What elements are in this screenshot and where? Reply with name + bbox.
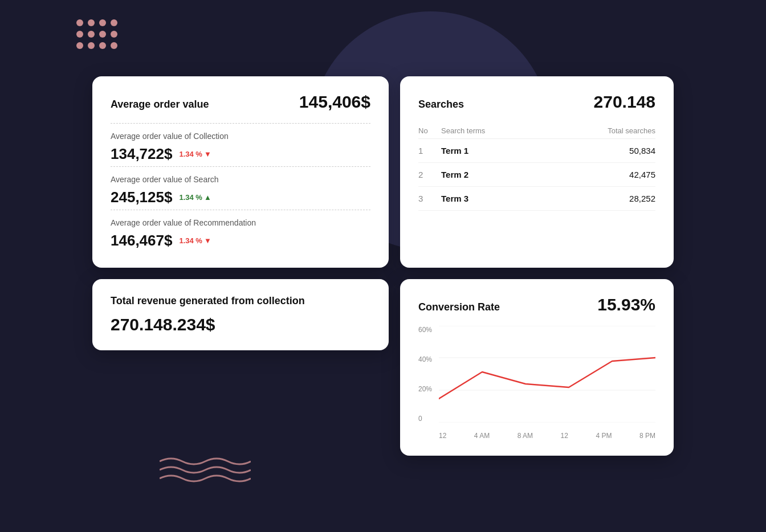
revenue-card: Total revenue generated from collection … (92, 279, 389, 350)
conversion-card: Conversion Rate 15.93% 60% 40% 20% 0 (400, 279, 674, 456)
svg-point-3 (111, 19, 117, 26)
svg-point-10 (99, 42, 106, 49)
y-label-0: 0 (418, 415, 437, 423)
recommendation-metric-label: Average order value of Recommendation (111, 218, 370, 227)
recommendation-metric-value: 146,467$ (111, 232, 172, 249)
x-label-4pm: 4 PM (596, 432, 612, 440)
col-term: Search terms (441, 123, 544, 139)
searches-total-value: 270.148 (594, 92, 655, 112)
revenue-value: 270.148.234$ (111, 315, 370, 334)
x-label-8pm: 8 PM (639, 432, 655, 440)
row-no: 2 (418, 163, 441, 187)
search-metric-value: 245,125$ (111, 189, 172, 206)
search-metric-section: Average order value of Search 245,125$ 1… (111, 166, 370, 206)
collection-metric-section: Average order value of Collection 134,72… (111, 123, 370, 163)
x-label-12: 12 (439, 432, 446, 440)
svg-point-4 (76, 31, 83, 38)
y-label-60: 60% (418, 326, 437, 334)
down-arrow-icon-2: ▼ (204, 236, 211, 245)
row-term: Term 2 (441, 163, 544, 187)
svg-point-6 (99, 31, 106, 38)
x-label-4am: 4 AM (474, 432, 490, 440)
recommendation-badge: 1.34 % ▼ (179, 236, 211, 245)
svg-point-8 (76, 42, 83, 49)
row-total: 50,834 (544, 139, 655, 163)
up-arrow-icon: ▲ (204, 193, 211, 202)
svg-point-1 (88, 19, 95, 26)
svg-point-0 (76, 19, 83, 26)
row-term: Term 1 (441, 139, 544, 163)
conversion-value: 15.93% (597, 295, 655, 314)
table-row: 1 Term 1 50,834 (418, 139, 655, 163)
table-row: 3 Term 3 28,252 (418, 187, 655, 211)
collection-badge: 1.34 % ▼ (179, 150, 211, 158)
search-metric-label: Average order value of Search (111, 175, 370, 184)
y-label-40: 40% (418, 355, 437, 363)
svg-point-7 (111, 31, 117, 38)
searches-card-header: Searches 270.148 (418, 92, 655, 112)
recommendation-metric-section: Average order value of Recommendation 14… (111, 210, 370, 249)
collection-metric-label: Average order value of Collection (111, 132, 370, 141)
aov-card-main-value: 145,406$ (299, 92, 370, 112)
row-no: 3 (418, 187, 441, 211)
dashboard-layout: Average order value 145,406$ Average ord… (70, 54, 696, 478)
row-term: Term 3 (441, 187, 544, 211)
wave-decoration (160, 456, 251, 486)
searches-table-header-row: No Search terms Total searches (418, 123, 655, 139)
svg-point-11 (111, 42, 117, 49)
collection-metric-value: 134,722$ (111, 145, 172, 163)
conversion-card-title: Conversion Rate (418, 301, 500, 313)
col-total: Total searches (544, 123, 655, 139)
search-metric-row: 245,125$ 1.34 % ▲ (111, 189, 370, 206)
table-row: 2 Term 2 42,475 (418, 163, 655, 187)
x-label-12b: 12 (561, 432, 568, 440)
recommendation-metric-row: 146,467$ 1.34 % ▼ (111, 232, 370, 249)
conversion-card-header: Conversion Rate 15.93% (418, 295, 655, 314)
aov-card: Average order value 145,406$ Average ord… (92, 76, 389, 268)
chart-x-labels: 12 4 AM 8 AM 12 4 PM 8 PM (439, 432, 655, 440)
searches-table: No Search terms Total searches 1 Term 1 … (418, 123, 655, 211)
chart-svg (439, 326, 655, 423)
row-total: 28,252 (544, 187, 655, 211)
chart-svg-container (439, 326, 655, 423)
aov-card-title: Average order value (111, 99, 209, 111)
aov-card-header: Average order value 145,406$ (111, 92, 370, 112)
conversion-chart-area: 60% 40% 20% 0 12 4 AM 8 AM (418, 326, 655, 440)
row-no: 1 (418, 139, 441, 163)
dots-decoration (74, 17, 131, 59)
svg-point-5 (88, 31, 95, 38)
x-label-8am: 8 AM (518, 432, 533, 440)
row-total: 42,475 (544, 163, 655, 187)
searches-card: Searches 270.148 No Search terms Total s… (400, 76, 674, 268)
collection-metric-row: 134,722$ 1.34 % ▼ (111, 145, 370, 163)
search-badge: 1.34 % ▲ (179, 193, 211, 202)
y-label-20: 20% (418, 385, 437, 393)
col-no: No (418, 123, 441, 139)
svg-point-2 (99, 19, 106, 26)
down-arrow-icon: ▼ (204, 150, 211, 158)
searches-card-title: Searches (418, 99, 464, 111)
svg-point-9 (88, 42, 95, 49)
revenue-card-title: Total revenue generated from collection (111, 295, 370, 307)
chart-y-labels: 60% 40% 20% 0 (418, 326, 437, 423)
